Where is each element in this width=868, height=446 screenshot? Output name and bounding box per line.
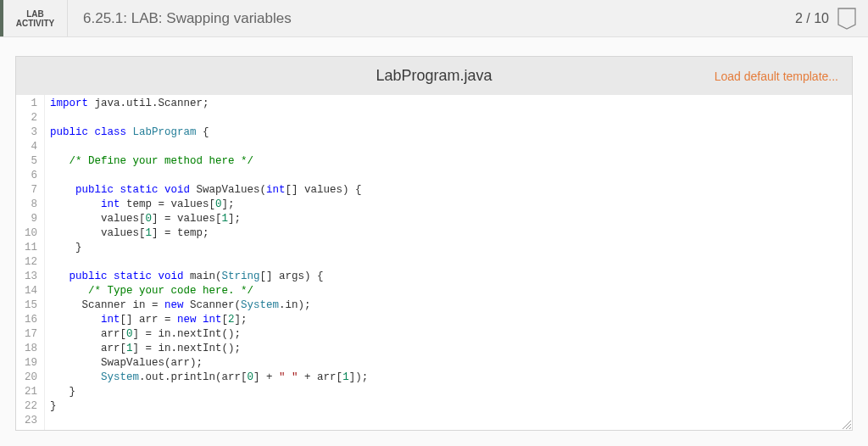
lab-label-line2: ACTIVITY [16, 19, 55, 28]
line-number: 12 [19, 255, 37, 270]
line-number: 3 [19, 125, 37, 140]
code-line[interactable]: public static void main(String[] args) { [50, 270, 368, 284]
line-number: 21 [19, 385, 37, 399]
load-default-template-link[interactable]: Load default template... [715, 70, 838, 83]
line-number: 7 [19, 183, 37, 198]
code-line[interactable]: int[] arr = new int[2]; [50, 313, 368, 327]
code-line[interactable]: import java.util.Scanner; [50, 97, 368, 111]
code-line[interactable]: /* Define your method here */ [50, 154, 368, 169]
line-number: 17 [19, 327, 37, 342]
line-number: 4 [19, 140, 37, 154]
code-editor[interactable]: 1234567891011121314151617181920212223 im… [15, 95, 853, 431]
code-line[interactable]: int temp = values[0]; [50, 198, 368, 212]
line-number: 20 [19, 371, 37, 385]
line-number: 15 [19, 298, 37, 313]
line-number: 5 [19, 154, 37, 169]
code-line[interactable] [50, 169, 368, 183]
line-number: 1 [19, 97, 37, 111]
code-line[interactable] [50, 255, 368, 270]
code-line[interactable]: /* Type your code here. */ [50, 284, 368, 298]
line-number: 9 [19, 212, 37, 226]
lab-header: LAB ACTIVITY 6.25.1: LAB: Swapping varia… [0, 0, 868, 37]
code-line[interactable]: values[0] = values[1]; [50, 212, 368, 226]
line-number: 10 [19, 226, 37, 241]
line-number: 22 [19, 399, 37, 414]
code-line[interactable]: public class LabProgram { [50, 125, 368, 140]
code-line[interactable]: SwapValues(arr); [50, 356, 368, 371]
code-line[interactable]: arr[1] = in.nextInt(); [50, 342, 368, 356]
code-lines[interactable]: import java.util.Scanner; public class L… [45, 95, 368, 430]
content-wrap: LabProgram.java Load default template...… [0, 37, 868, 439]
line-number: 18 [19, 342, 37, 356]
code-line[interactable]: } [50, 385, 368, 399]
code-line[interactable]: arr[0] = in.nextInt(); [50, 327, 368, 342]
code-line[interactable]: Scanner in = new Scanner(System.in); [50, 298, 368, 313]
resize-handle[interactable] [840, 418, 852, 430]
code-line[interactable]: } [50, 399, 368, 414]
code-line[interactable] [50, 111, 368, 125]
line-number-gutter: 1234567891011121314151617181920212223 [16, 95, 45, 430]
line-number: 19 [19, 356, 37, 371]
code-line[interactable]: } [50, 241, 368, 255]
lab-label-line1: LAB [26, 9, 44, 19]
score-block: 2 / 10 [783, 0, 868, 36]
score-text: 2 / 10 [795, 11, 829, 26]
line-number: 8 [19, 198, 37, 212]
line-number: 2 [19, 111, 37, 125]
line-number: 23 [19, 414, 37, 428]
line-number: 16 [19, 313, 37, 327]
line-number: 13 [19, 270, 37, 284]
code-line[interactable]: values[1] = temp; [50, 226, 368, 241]
code-line[interactable] [50, 140, 368, 154]
line-number: 6 [19, 169, 37, 183]
code-line[interactable]: public static void SwapValues(int[] valu… [50, 183, 368, 198]
code-line[interactable] [50, 414, 368, 428]
file-header-bar: LabProgram.java Load default template... [15, 56, 853, 95]
code-line[interactable]: System.out.println(arr[0] + " " + arr[1]… [50, 371, 368, 385]
svg-line-2 [849, 427, 851, 429]
lab-activity-tab: LAB ACTIVITY [0, 0, 68, 36]
line-number: 11 [19, 241, 37, 255]
lab-title: 6.25.1: LAB: Swapping variables [68, 0, 783, 36]
line-number: 14 [19, 284, 37, 298]
pocket-icon [837, 8, 856, 30]
